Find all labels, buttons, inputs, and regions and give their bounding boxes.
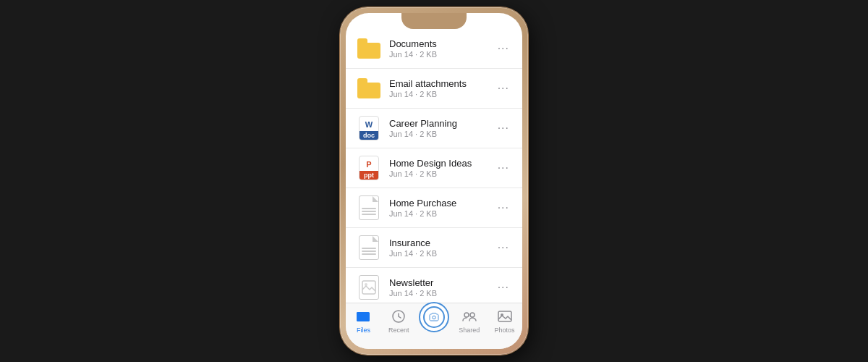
file-icon: [356, 195, 382, 221]
svg-rect-3: [357, 312, 370, 321]
file-meta: Jun 14 · 2 KB: [389, 249, 495, 258]
tab-files[interactable]: Files: [346, 308, 381, 334]
file-icon: [356, 235, 382, 261]
file-name: Insurance: [389, 237, 495, 248]
list-item[interactable]: Home Purchase Jun 14 · 2 KB ···: [346, 188, 522, 228]
camera-button[interactable]: [419, 302, 449, 332]
tab-recent[interactable]: Recent: [381, 308, 417, 334]
shared-icon: [461, 308, 478, 325]
phone-outer: Documents Jun 14 · 2 KB ··· Email attach…: [340, 7, 528, 355]
screen-content: Documents Jun 14 · 2 KB ··· Email attach…: [346, 13, 522, 349]
folder-icon: [356, 75, 382, 101]
file-meta: Jun 14 · 2 KB: [389, 209, 495, 218]
svg-point-5: [433, 316, 435, 319]
file-meta: Jun 14 · 2 KB: [389, 50, 495, 59]
more-button[interactable]: ···: [495, 40, 512, 57]
file-list: Documents Jun 14 · 2 KB ··· Email attach…: [346, 29, 522, 303]
tab-camera[interactable]: [417, 308, 452, 332]
tab-shared[interactable]: Shared: [451, 308, 487, 334]
files-icon: [354, 308, 372, 325]
word-icon: W doc: [356, 115, 382, 141]
more-button[interactable]: ···: [495, 159, 512, 177]
more-button[interactable]: ···: [495, 239, 512, 256]
more-button[interactable]: ···: [495, 119, 512, 137]
recent-icon: [390, 308, 407, 325]
file-meta: Jun 14 · 2 KB: [389, 130, 495, 138]
file-name: Home Design Ideas: [389, 158, 495, 169]
file-meta: Jun 14 · 2 KB: [389, 169, 495, 178]
list-item[interactable]: Newsletter Jun 14 · 2 KB ···: [346, 268, 522, 303]
file-name: Email attachments: [389, 78, 495, 89]
more-button[interactable]: ···: [495, 80, 512, 97]
tab-files-label: Files: [357, 327, 370, 334]
tab-bar: Files Recent: [346, 303, 522, 349]
more-button[interactable]: ···: [495, 279, 512, 296]
list-item[interactable]: Insurance Jun 14 · 2 KB ···: [346, 228, 522, 268]
file-name: Newsletter: [389, 277, 495, 288]
list-item[interactable]: Documents Jun 14 · 2 KB ···: [346, 29, 522, 69]
more-button[interactable]: ···: [495, 199, 512, 216]
tab-photos-label: Photos: [495, 327, 515, 334]
ppt-icon: P ppt: [356, 155, 382, 181]
tab-recent-label: Recent: [388, 327, 409, 334]
list-item[interactable]: Email attachments Jun 14 · 2 KB ···: [346, 69, 522, 109]
folder-icon: [356, 35, 382, 62]
tab-shared-label: Shared: [459, 327, 480, 334]
notch: [401, 13, 467, 29]
tab-photos[interactable]: Photos: [487, 308, 522, 334]
file-name: Documents: [389, 38, 495, 49]
list-item[interactable]: P ppt Home Design Ideas Jun 14 · 2 KB ··…: [346, 148, 522, 188]
file-name: Home Purchase: [389, 198, 495, 209]
file-name: Career Planning: [389, 118, 495, 129]
file-meta: Jun 14 · 2 KB: [389, 90, 495, 98]
svg-point-7: [470, 313, 475, 317]
svg-rect-8: [498, 311, 511, 321]
phone-inner: Documents Jun 14 · 2 KB ··· Email attach…: [346, 13, 522, 349]
list-item[interactable]: W doc Career Planning Jun 14 · 2 KB ···: [346, 109, 522, 148]
image-icon: [356, 274, 382, 300]
file-meta: Jun 14 · 2 KB: [389, 289, 495, 298]
svg-point-6: [464, 313, 469, 317]
photos-icon: [496, 308, 514, 325]
